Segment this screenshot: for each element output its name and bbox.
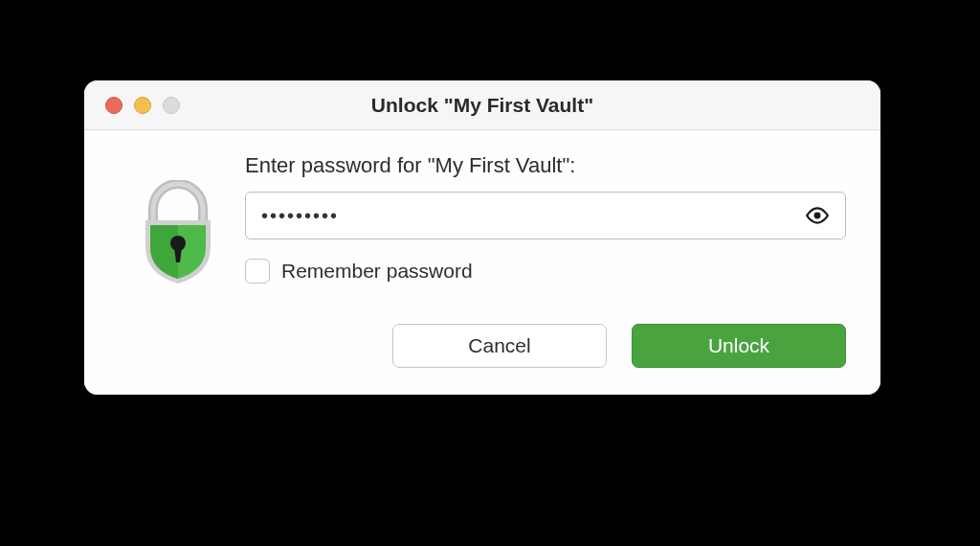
unlock-button[interactable]: Unlock (632, 324, 846, 368)
password-input[interactable] (245, 192, 846, 239)
titlebar: Unlock "My First Vault" (84, 80, 880, 130)
password-field-wrapper (245, 192, 846, 239)
svg-point-1 (814, 213, 821, 219)
dialog-body: Enter password for "My First Vault": Rem… (84, 130, 880, 395)
form-column: Enter password for "My First Vault": Rem… (245, 153, 846, 368)
reveal-password-button[interactable] (798, 192, 836, 239)
window-minimize-button[interactable] (134, 97, 151, 114)
window-zoom-button (163, 97, 180, 114)
eye-icon (805, 203, 830, 228)
cancel-button[interactable]: Cancel (392, 324, 607, 368)
password-prompt: Enter password for "My First Vault": (245, 153, 846, 178)
lock-icon (134, 180, 222, 285)
window-title: Unlock "My First Vault" (84, 94, 880, 117)
unlock-dialog: Unlock "My First Vault" Enter password f… (84, 80, 880, 395)
window-close-button[interactable] (105, 97, 122, 114)
window-controls (84, 97, 180, 114)
remember-password-label: Remember password (281, 260, 473, 283)
icon-column (111, 153, 245, 368)
remember-row: Remember password (245, 259, 846, 284)
button-row: Cancel Unlock (245, 324, 846, 368)
remember-password-checkbox[interactable] (245, 259, 270, 284)
